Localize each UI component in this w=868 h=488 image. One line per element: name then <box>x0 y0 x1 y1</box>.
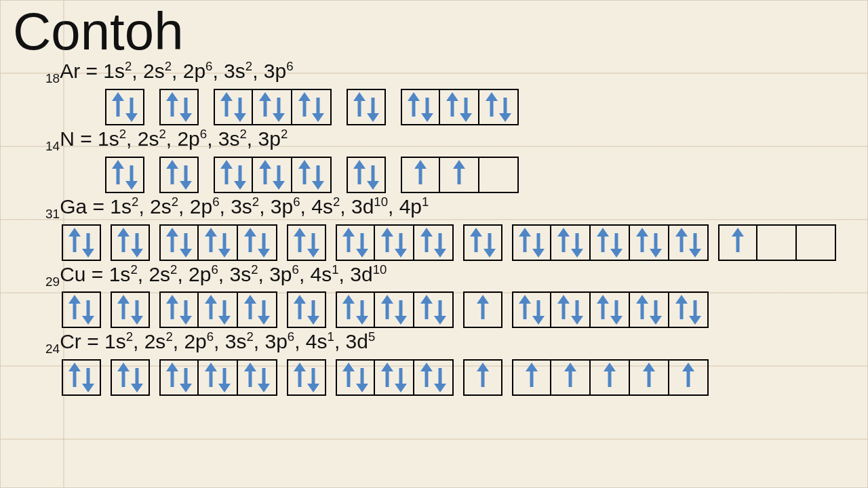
orbital-cell <box>479 89 519 125</box>
spin-up-icon <box>245 296 255 324</box>
spin-down-icon <box>651 228 660 257</box>
orbital-cell <box>199 359 238 396</box>
spin-down-icon <box>651 296 660 324</box>
orbital-cell <box>718 224 757 261</box>
spin-up-icon <box>487 93 496 121</box>
spin-up-icon <box>300 93 309 121</box>
spin-down-icon <box>220 228 229 257</box>
orbital-cell <box>253 89 292 125</box>
orbital-cell <box>512 359 551 396</box>
orbital-group <box>347 89 386 125</box>
spin-down-icon <box>396 296 406 324</box>
orbital-cell <box>111 224 150 261</box>
spin-down-icon <box>396 363 406 392</box>
orbital-cell <box>159 89 199 125</box>
orbital-cell <box>62 359 101 396</box>
orbital-group <box>111 291 150 328</box>
spin-up-icon <box>644 363 654 392</box>
orbital-cell <box>551 359 591 396</box>
spin-up-icon <box>119 228 128 257</box>
spin-down-icon <box>357 363 367 392</box>
orbital-group <box>62 224 101 261</box>
orbital-cell <box>199 224 238 261</box>
spin-up-icon <box>637 228 647 257</box>
spin-down-icon <box>83 296 93 324</box>
spin-down-icon <box>357 228 367 257</box>
spin-down-icon <box>485 228 494 257</box>
orbital-cell <box>105 89 144 125</box>
spin-down-icon <box>313 93 323 121</box>
spin-up-icon <box>245 228 255 257</box>
spin-up-icon <box>409 93 418 121</box>
spin-up-icon <box>677 228 686 257</box>
orbital-cell <box>401 89 440 125</box>
spin-up-icon <box>222 93 231 121</box>
orbital-cell <box>287 291 326 328</box>
orbital-group <box>159 291 277 328</box>
slide-title: Contoh <box>13 5 858 58</box>
spin-down-icon <box>181 161 191 189</box>
spin-down-icon <box>83 363 93 392</box>
spin-up-icon <box>70 228 79 257</box>
orbital-group <box>401 89 519 125</box>
orbital-cell <box>375 291 414 328</box>
spin-down-icon <box>220 296 229 324</box>
orbital-group <box>62 359 101 396</box>
element-row-ga: 31Ga = 1s2, 2s2, 2p6, 3s2, 3p6, 4s2, 3d1… <box>45 195 858 261</box>
spin-down-icon <box>435 296 445 324</box>
spin-up-icon <box>167 296 177 324</box>
spin-up-icon <box>206 296 216 324</box>
spin-up-icon <box>245 363 255 392</box>
orbital-group <box>336 224 454 261</box>
spin-down-icon <box>132 228 142 257</box>
orbital-group <box>111 224 150 261</box>
spin-down-icon <box>235 161 245 189</box>
orbital-group <box>159 89 199 125</box>
config-formula: 29Cu = 1s2, 2s2, 2p6, 3s2, 3p6, 4s1, 3d1… <box>45 262 858 289</box>
orbital-cell <box>414 359 454 396</box>
config-formula: 24Cr = 1s2, 2s2, 2p6, 3s2, 3p6, 4s1, 3d5 <box>45 329 858 357</box>
orbital-cell <box>199 291 238 328</box>
orbital-cell <box>669 359 709 396</box>
spin-up-icon <box>684 363 693 392</box>
element-row-n: 14N = 1s2, 2s2, 2p6, 3s2, 3p2 <box>45 127 858 193</box>
spin-up-icon <box>300 161 309 189</box>
spin-down-icon <box>435 228 445 257</box>
orbital-cell <box>757 224 797 261</box>
orbital-group <box>347 157 386 193</box>
orbital-group <box>62 291 101 328</box>
spin-up-icon <box>598 296 608 324</box>
spin-up-icon <box>733 228 743 257</box>
orbital-cell <box>292 157 332 193</box>
spin-down-icon <box>309 296 318 324</box>
spin-down-icon <box>259 228 269 257</box>
spin-up-icon <box>637 296 647 324</box>
orbital-cell <box>347 89 386 125</box>
orbital-group <box>214 89 332 125</box>
spin-up-icon <box>520 296 530 324</box>
spin-down-icon <box>220 363 229 392</box>
spin-down-icon <box>461 93 471 121</box>
spin-down-icon <box>572 296 582 324</box>
spin-down-icon <box>181 363 191 392</box>
orbital-group <box>105 89 144 125</box>
spin-up-icon <box>422 296 431 324</box>
spin-up-icon <box>206 363 216 392</box>
spin-up-icon <box>295 296 304 324</box>
spin-up-icon <box>344 228 353 257</box>
spin-up-icon <box>260 161 270 189</box>
orbital-cell <box>336 224 375 261</box>
spin-up-icon <box>167 93 177 121</box>
element-row-cu: 29Cu = 1s2, 2s2, 2p6, 3s2, 3p6, 4s1, 3d1… <box>45 262 858 329</box>
orbital-cell <box>253 157 292 193</box>
spin-up-icon <box>559 296 568 324</box>
orbital-group <box>287 291 326 328</box>
spin-up-icon <box>70 296 79 324</box>
orbital-cell <box>159 224 199 261</box>
orbital-cell <box>551 224 591 261</box>
orbital-cell <box>159 291 199 328</box>
spin-up-icon <box>119 363 128 392</box>
spin-down-icon <box>612 228 621 257</box>
spin-up-icon <box>478 363 488 392</box>
spin-down-icon <box>357 296 367 324</box>
